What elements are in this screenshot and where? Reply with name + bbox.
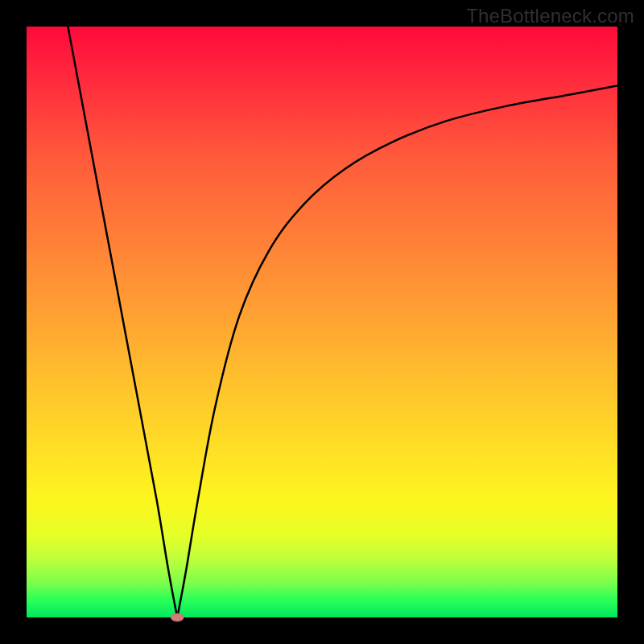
chart-frame: TheBottleneck.com	[0, 0, 644, 644]
bottleneck-curve	[27, 27, 617, 617]
vertex-marker	[171, 613, 184, 621]
plot-area	[27, 27, 617, 617]
watermark-label: TheBottleneck.com	[466, 5, 634, 27]
curve-right-branch	[177, 85, 617, 617]
curve-left-branch	[68, 27, 177, 617]
